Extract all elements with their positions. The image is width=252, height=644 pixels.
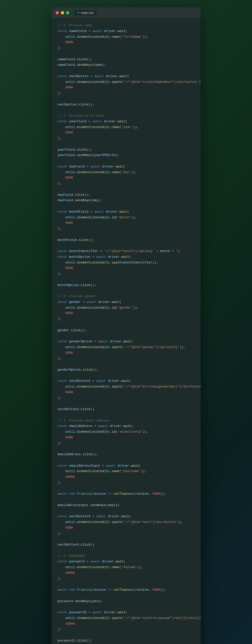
code-line: ); [58, 271, 195, 277]
code-line: const monthIdentifier = '//*[@id="month"… [58, 248, 195, 254]
blank-line [58, 536, 195, 542]
close-button[interactable] [56, 11, 59, 14]
blank-line [58, 68, 195, 74]
code-line: ); [58, 316, 195, 322]
code-line: await new Promise(resolve => setTimeout(… [58, 491, 195, 497]
code-line: const nameField = await driver.wait( [58, 28, 195, 34]
code-line: ); [58, 90, 195, 96]
comment-3: // 3. Provide gender [58, 294, 195, 300]
code-editor: // 1. Provide name const nameField = awa… [52, 18, 201, 644]
blank-line [58, 158, 195, 164]
code-window: ✦ index.tsx // 1. Provide name const nam… [52, 8, 201, 644]
blank-line [58, 582, 195, 587]
code-line: const monthOption = await driver.wait( [58, 254, 195, 260]
code-line: 10000 [58, 474, 195, 480]
blank-line [58, 108, 195, 113]
code-line: ); [58, 576, 195, 582]
blank-line [58, 497, 195, 502]
code-line: const nextButton2 = await driver.wait( [58, 378, 195, 384]
code-line: 10000 [58, 621, 195, 627]
code-line: const monthField = await driver.wait( [58, 209, 195, 215]
code-line: until.elementLocated(By.id('month')), [58, 215, 195, 220]
comment-1: // 1. Provide name [58, 23, 195, 28]
code-line: ); [58, 46, 195, 51]
blank-line [58, 373, 195, 378]
comment-4: // 4. Provide email address [58, 418, 195, 424]
code-line: 5000 [58, 350, 195, 356]
code-line: gender.click(); [58, 328, 195, 334]
blank-line [58, 322, 195, 328]
blank-line [58, 232, 195, 238]
file-tab[interactable]: ✦ index.tsx [74, 10, 97, 16]
code-line: until.elementLocated(By.xpath('//*[@id="… [58, 384, 195, 390]
code-line: until.elementLocated(By.xpath(monthIdent… [58, 260, 195, 266]
code-line: ); [58, 440, 195, 446]
blank-line [58, 446, 195, 452]
blank-line [58, 632, 195, 638]
blank-line [58, 458, 195, 463]
code-line: genderOption.click(); [58, 367, 195, 373]
tab-label: index.tsx [81, 11, 94, 15]
code-line: 5000 [58, 310, 195, 316]
code-line: 5000 [58, 175, 195, 181]
blank-line [58, 288, 195, 294]
code-line: until.elementLocated(By.name('Passwd')), [58, 564, 195, 570]
code-line: ); [58, 480, 195, 486]
code-line: nameField.sendKeys(name); [58, 62, 195, 68]
blank-line [58, 548, 195, 554]
code-line: until.elementLocated(By.id('selectionc2'… [58, 429, 195, 435]
code-line: ); [58, 356, 195, 362]
blank-line [58, 243, 195, 248]
blank-line [58, 593, 195, 598]
code-line: nameField.click(); [58, 57, 195, 62]
blank-line [58, 604, 195, 610]
code-line: ); [58, 396, 195, 401]
code-line: 5000 [58, 220, 195, 226]
titlebar: ✦ index.tsx [52, 8, 201, 18]
code-line: password.sendKeys(pass) [58, 598, 195, 604]
blank-line [58, 96, 195, 102]
code-line: yearField.click(); [58, 147, 195, 153]
comment-2: // 2. Provide birth date [58, 113, 195, 119]
code-line: 5000 [58, 525, 195, 531]
code-line: emailAdressInput.sendKeys(email) [58, 502, 195, 508]
code-line: 5000 [58, 40, 195, 46]
code-line: dayField.click(); [58, 192, 195, 198]
blank-line [58, 186, 195, 192]
code-line: nextButton3.click() [58, 542, 195, 548]
blank-line [58, 333, 195, 339]
blank-line [58, 277, 195, 282]
code-line: ); [58, 531, 195, 536]
code-line: nextButton2.click() [58, 406, 195, 412]
code-line: const yearField = await driver.wait( [58, 119, 195, 124]
code-line: const emailAdressInput = await driver.wa… [58, 463, 195, 469]
code-line: until.elementLocated(By.xpath('//*[@id="… [58, 344, 195, 350]
code-line: until.elementLocated(By.xpath('//*[@id="… [58, 80, 195, 85]
code-line: ); [58, 181, 195, 186]
code-line: until.elementLocated(By.name('year')), [58, 124, 195, 130]
minimize-button[interactable] [61, 11, 64, 14]
code-line: const dayField = await driver.wait( [58, 164, 195, 170]
blank-line [58, 142, 195, 147]
code-line: 5000 [58, 266, 195, 271]
blank-line [58, 204, 195, 209]
maximize-button[interactable] [66, 11, 69, 14]
code-line: yearField.sendKeys(yearOfBirth); [58, 152, 195, 158]
code-line: until.elementLocated(By.id('gender')), [58, 305, 195, 311]
code-line: await new Promise(resolve => setTimeout(… [58, 587, 195, 593]
code-line: password2.click(); [58, 638, 195, 644]
code-line: until.elementLocated(By.name('Username')… [58, 468, 195, 474]
blank-line [58, 412, 195, 418]
code-line: const genderOption = await driver.wait( [58, 339, 195, 344]
code-line: dayField.sendKeys(day); [58, 198, 195, 204]
code-line: monthOption.click(); [58, 282, 195, 288]
code-line: const password2 = await driver.wait( [58, 610, 195, 616]
code-line: until.elementLocated(By.xpath('//*[@id="… [58, 616, 195, 621]
code-line: ); [58, 136, 195, 142]
comment-5: // 5. PASSWORD [58, 554, 195, 559]
blank-line [58, 486, 195, 492]
code-line: until.elementLocated(By.xpath('//*[@id="… [58, 520, 195, 525]
code-line: monthField.click(); [58, 238, 195, 243]
code-line: 5000 [58, 130, 195, 136]
code-line: until.elementLocated(By.name('day')), [58, 170, 195, 176]
